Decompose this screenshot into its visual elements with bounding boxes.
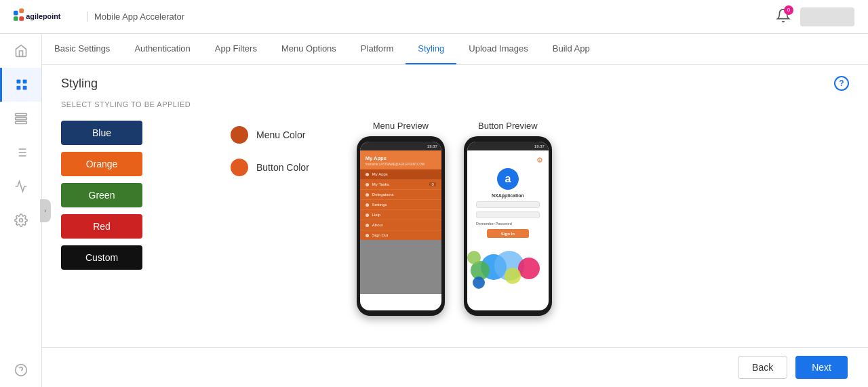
button-preview-container: Button Preview 19:37 ⚙ [464, 121, 552, 316]
notification-button[interactable]: 0 [776, 8, 791, 26]
tab-app-filters[interactable]: App Filters [203, 34, 269, 64]
red-color-button[interactable]: Red [61, 214, 142, 239]
svg-rect-11 [15, 121, 26, 123]
menu-preview-phone: 19:37 My Apps firstname.LASTNAME@AGILEPO… [357, 136, 445, 316]
button-color-dot [231, 159, 248, 176]
custom-color-button[interactable]: Custom [61, 245, 142, 270]
btn-remember-label: Remember Password [476, 222, 512, 226]
settings-icon [14, 213, 28, 227]
green-color-button[interactable]: Green [61, 183, 142, 207]
help-icon [14, 363, 28, 377]
menu-color-label: Menu Color [256, 129, 305, 140]
tab-authentication[interactable]: Authentication [122, 34, 202, 64]
logo: agilepoint Mobile App Accelerator [14, 7, 184, 26]
left-sidebar: › [0, 34, 42, 387]
help-icon-button[interactable]: ? [834, 76, 849, 91]
svg-rect-0 [14, 10, 18, 15]
btn-screen-content: ⚙ a NXApplication [467, 150, 549, 291]
btn-input-2 [476, 211, 540, 218]
color-buttons: Blue Orange Green Red Custom [61, 121, 142, 270]
tab-styling[interactable]: Styling [406, 34, 456, 64]
btn-status-bar: 19:37 [467, 142, 549, 150]
svg-rect-5 [17, 80, 21, 84]
back-button[interactable]: Back [738, 356, 787, 379]
svg-rect-6 [23, 80, 27, 84]
btn-app-name: NXApplication [492, 193, 524, 198]
menu-item-signout: Sign Out [360, 230, 441, 240]
svg-rect-8 [23, 86, 27, 90]
sidebar-item-grid[interactable] [0, 68, 41, 102]
tab-upload-images[interactable]: Upload Images [456, 34, 540, 64]
menu-color-legend: Menu Color [231, 126, 309, 144]
btn-settings-icon: ⚙ [536, 156, 543, 165]
sidebar-item-chart[interactable] [0, 169, 41, 203]
menu-status-bar: 19:37 [360, 142, 441, 150]
menu-item-about: About [360, 220, 441, 230]
user-avatar [800, 7, 854, 26]
color-legend: Menu Color Button Color [231, 121, 309, 176]
menu-item-help: Help [360, 210, 441, 220]
button-color-label: Button Color [256, 162, 309, 173]
svg-rect-9 [15, 114, 26, 116]
previews-section: Menu Preview 19:37 My Apps firstname.LAS… [357, 121, 552, 316]
svg-rect-3 [19, 16, 24, 21]
home-icon [14, 44, 28, 58]
section-label: SELECT STYLING TO BE APPLIED [61, 100, 849, 108]
svg-rect-1 [19, 8, 24, 13]
svg-rect-7 [17, 86, 21, 90]
button-preview-phone: 19:37 ⚙ a NXApplication [464, 136, 552, 316]
menu-header: My Apps firstname.LASTNAME@AGILEPOINT.CO… [360, 150, 441, 169]
sidebar-item-settings[interactable] [0, 203, 41, 237]
page-inner: Styling ? SELECT STYLING TO BE APPLIED B… [42, 65, 868, 347]
app-subtitle: Mobile App Accelerator [87, 12, 184, 22]
menu-phone-screen: 19:37 My Apps firstname.LASTNAME@AGILEPO… [360, 142, 441, 310]
menu-preview-label: Menu Preview [373, 121, 429, 131]
menu-item-myapps: My Apps [360, 169, 441, 180]
sidebar-item-apps[interactable] [0, 102, 41, 136]
page-title: Styling [61, 77, 98, 91]
page-content: Basic Settings Authentication App Filter… [42, 34, 868, 387]
menu-item-mytasks: My Tasks 0 [360, 180, 441, 190]
tab-basic-settings[interactable]: Basic Settings [42, 34, 122, 64]
tabs-bar: Basic Settings Authentication App Filter… [42, 34, 868, 65]
svg-text:agilepoint: agilepoint [26, 12, 61, 20]
menu-app-title: My Apps [366, 155, 436, 161]
menu-item-settings: Settings [360, 200, 441, 210]
svg-rect-2 [14, 16, 18, 21]
menu-item-delegations: Delegations [360, 190, 441, 200]
svg-point-18 [19, 219, 22, 222]
blue-color-button[interactable]: Blue [61, 121, 142, 145]
button-phone-screen: 19:37 ⚙ a NXApplication [467, 142, 549, 310]
next-button[interactable]: Next [795, 356, 848, 379]
apps-icon [14, 112, 28, 125]
menu-color-dot [231, 126, 248, 144]
page-header: Styling ? [61, 76, 849, 91]
styling-layout: Blue Orange Green Red Custom Menu Color [61, 121, 849, 316]
sidebar-item-list[interactable] [0, 136, 41, 169]
sidebar-item-home[interactable] [0, 34, 41, 68]
notification-badge: 0 [784, 5, 793, 15]
menu-preview-container: Menu Preview 19:37 My Apps firstname.LAS… [357, 121, 445, 316]
btn-signin: Sign In [487, 229, 529, 238]
btn-input-1 [476, 201, 540, 208]
svg-rect-10 [15, 117, 26, 119]
btn-circles-decoration [467, 244, 549, 291]
tab-platform[interactable]: Platform [349, 34, 406, 64]
tab-menu-options[interactable]: Menu Options [269, 34, 349, 64]
menu-items-list: My Apps My Tasks 0 Delegati [360, 169, 441, 240]
chart-icon [14, 180, 28, 193]
sidebar-toggle[interactable]: › [40, 199, 51, 222]
grid-icon [15, 78, 28, 91]
agilepoint-logo: agilepoint [14, 7, 81, 26]
list-icon [14, 146, 28, 159]
orange-color-button[interactable]: Orange [61, 152, 142, 176]
menu-username: firstname.LASTNAME@AGILEPOINT.COM [366, 163, 436, 166]
page-footer: Back Next [42, 347, 868, 387]
button-preview-label: Button Preview [478, 121, 537, 131]
btn-app-logo: a [497, 168, 519, 190]
tab-build-app[interactable]: Build App [540, 34, 602, 64]
button-color-legend: Button Color [231, 159, 309, 176]
sidebar-item-help[interactable] [0, 353, 41, 387]
